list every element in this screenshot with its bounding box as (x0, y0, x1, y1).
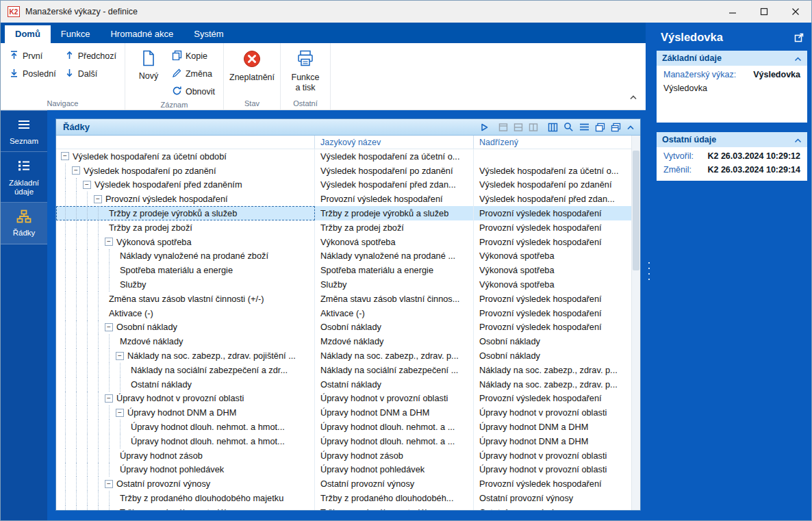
row-parent-cell[interactable]: Ostatní provozní výnosy (474, 491, 631, 505)
row-parent-cell[interactable]: Výsledek hospodaření po zdanění (474, 178, 631, 192)
row-parent-cell[interactable]: Provozní výsledek hospodaření (474, 392, 631, 406)
row-parent-cell[interactable]: Úpravy hodnot v provozní oblasti (474, 448, 631, 463)
row-name-cell[interactable]: Úpravy hodnot pohledávek (56, 463, 315, 477)
row-parent-cell[interactable]: Úpravy hodnot DNM a DHM (474, 420, 631, 434)
tab-hromadne-akce[interactable]: Hromadné akce (100, 25, 183, 43)
sidebar-item-radky[interactable]: Řádky (1, 203, 47, 244)
row-name-cell[interactable]: Spotřeba materiálu a energie (56, 263, 315, 277)
panel-splitter[interactable] (646, 23, 652, 520)
row-parent-cell[interactable]: Provozní výsledek hospodaření (474, 235, 631, 249)
row-name-cell[interactable]: Aktivace (-) (56, 306, 315, 320)
column-header-parent[interactable]: Nadřízený (474, 136, 631, 149)
tree-row[interactable]: −Provozní výsledek hospodařeníProvozní v… (56, 192, 631, 206)
tree-collapse-toggle[interactable]: − (72, 166, 80, 175)
row-lang-cell[interactable]: Úpravy hodnot dlouh. nehmot. a ... (315, 420, 474, 434)
row-name-cell[interactable]: Tržby za prodej zboží (56, 220, 315, 235)
row-parent-cell[interactable]: Výsledek hospodaření před zdan... (474, 192, 631, 206)
row-name-cell[interactable]: Náklady na sociální zabezpečení a zdr... (56, 363, 315, 377)
row-parent-cell[interactable]: Výkonová spotřeba (474, 249, 631, 264)
row-name-cell[interactable]: −Výsledek hospodaření po zdanění (56, 164, 315, 178)
row-lang-cell[interactable]: Aktivace (-) (315, 306, 474, 320)
chevron-up-icon[interactable] (794, 52, 802, 64)
tree-collapse-toggle[interactable]: − (116, 352, 124, 360)
tree-row[interactable]: −Úpravy hodnot DNM a DHMÚpravy hodnot DN… (56, 405, 631, 420)
row-lang-cell[interactable]: Úpravy hodnot v provozní oblasti (315, 392, 474, 406)
row-name-cell[interactable]: Úpravy hodnot dlouh. nehmot. a hmot... (56, 434, 315, 448)
row-name-cell[interactable]: Úpravy hodnot zásob (56, 448, 315, 463)
row-name-cell[interactable]: Tržby z prodeje výrobků a služeb (56, 206, 315, 220)
row-parent-cell[interactable]: Úpravy hodnot v provozní oblasti (474, 463, 631, 477)
first-button[interactable]: První (5, 49, 60, 64)
tree-collapse-toggle[interactable]: − (105, 323, 113, 331)
tree-row[interactable]: Náklady vynaložené na prodané zbožíNákla… (56, 249, 631, 264)
sidebar-item-zakladni-udaje[interactable]: Základní údaje (1, 152, 47, 203)
tree-row[interactable]: Náklady na sociální zabezpečení a zdr...… (56, 363, 631, 377)
column-header-lang[interactable]: Jazykový název (315, 136, 474, 149)
change-button[interactable]: Změna (168, 66, 219, 81)
row-parent-cell[interactable]: Úpravy hodnot v provozní oblasti (474, 405, 631, 420)
tree-row[interactable]: Ostatní nákladyOstatní nákladyNáklady na… (56, 377, 631, 392)
row-parent-cell[interactable]: Provozní výsledek hospodaření (474, 220, 631, 235)
menu-icon[interactable] (579, 123, 589, 131)
row-name-cell[interactable]: −Úpravy hodnot v provozní oblasti (56, 392, 315, 406)
invalidate-button[interactable]: Zneplatnění (228, 45, 276, 84)
row-name-cell[interactable]: −Výkonová spotřeba (56, 235, 315, 249)
tree-row[interactable]: −Ostatní provozní výnosyOstatní provozní… (56, 476, 631, 491)
tree-row[interactable]: Úpravy hodnot pohledávekÚpravy hodnot po… (56, 463, 631, 477)
row-parent-cell[interactable]: Výkonová spotřeba (474, 277, 631, 292)
tree-collapse-toggle[interactable]: − (83, 181, 91, 189)
search-settings-icon[interactable] (563, 122, 574, 132)
tree-collapse-toggle[interactable]: − (105, 480, 113, 488)
row-name-cell[interactable]: Změna stavu zásob vlastní činnosti (+/-) (56, 292, 315, 306)
tree-row[interactable]: −Výkonová spotřebaVýkonová spotřebaProvo… (56, 235, 631, 249)
row-lang-cell[interactable]: Náklady na soc. zabezp., zdrav. p... (315, 348, 474, 363)
row-lang-cell[interactable]: Tržby z prodaného materiálu (315, 505, 474, 510)
row-lang-cell[interactable]: Úpravy hodnot zásob (315, 448, 474, 463)
copy-button[interactable]: Kopie (168, 49, 219, 64)
tree-row[interactable]: Úpravy hodnot zásobÚpravy hodnot zásobÚp… (56, 448, 631, 463)
tree-collapse-toggle[interactable]: − (105, 238, 113, 246)
row-name-cell[interactable]: Tržby z prodaného materiálu (56, 505, 315, 510)
row-lang-cell[interactable]: Tržby za prodej zboží (315, 220, 474, 235)
basic-data-header[interactable]: Základní údaje (657, 51, 807, 66)
row-name-cell[interactable]: −Výsledek hospodaření za účetní období (56, 149, 315, 164)
row-lang-cell[interactable]: Výkonová spotřeba (315, 235, 474, 249)
tree-row[interactable]: Změna stavu zásob vlastní činnosti (+/-)… (56, 292, 631, 306)
tree-collapse-toggle[interactable]: − (105, 394, 113, 403)
row-name-cell[interactable]: −Náklady na soc. zabezp., zdrav. pojiště… (56, 348, 315, 363)
tree-row[interactable]: Tržby za prodej zbožíTržby za prodej zbo… (56, 220, 631, 235)
tree-row[interactable]: SlužbySlužbyVýkonová spotřeba (56, 277, 631, 292)
tab-domu[interactable]: Domů (5, 25, 51, 43)
tree-row[interactable]: Tržby z prodaného materiáluTržby z proda… (56, 505, 631, 510)
row-parent-cell[interactable]: Provozní výsledek hospodaření (474, 292, 631, 306)
row-lang-cell[interactable]: Změna stavu zásob vlastní činnos... (315, 292, 474, 306)
vertical-scrollbar[interactable] (631, 136, 640, 510)
tab-system[interactable]: Systém (183, 25, 233, 43)
split-view-icon[interactable] (529, 123, 538, 132)
tree-row[interactable]: Tržby z prodaného dlouhodobého majetkuTr… (56, 491, 631, 505)
row-lang-cell[interactable]: Provozní výsledek hospodaření (315, 192, 474, 206)
row-parent-cell[interactable] (474, 149, 631, 164)
row-lang-cell[interactable]: Tržby z prodaného dlouhodobéh... (315, 491, 474, 505)
form-view-icon[interactable] (498, 123, 508, 132)
row-name-cell[interactable]: −Výsledek hospodaření před zdaněním (56, 178, 315, 192)
cascade-icon[interactable] (595, 123, 605, 132)
row-name-cell[interactable]: Úpravy hodnot dlouh. nehmot. a hmot... (56, 420, 315, 434)
row-name-cell[interactable]: Mzdové náklady (56, 334, 315, 348)
row-parent-cell[interactable]: Náklady na soc. zabezp., zdrav. p... (474, 377, 631, 392)
row-lang-cell[interactable]: Mzdové náklady (315, 334, 474, 348)
row-lang-cell[interactable]: Výsledek hospodaření po zdanění (315, 164, 474, 178)
row-lang-cell[interactable]: Náklady na sociální zabezpečení ... (315, 363, 474, 377)
row-name-cell[interactable]: −Úpravy hodnot DNM a DHM (56, 405, 315, 420)
tree-row[interactable]: −Úpravy hodnot v provozní oblastiÚpravy … (56, 392, 631, 406)
row-parent-cell[interactable]: Provozní výsledek hospodaření (474, 320, 631, 335)
new-button[interactable]: Nový (129, 45, 168, 83)
row-parent-cell[interactable]: Osobní náklady (474, 348, 631, 363)
row-lang-cell[interactable]: Osobní náklady (315, 320, 474, 335)
ribbon-collapse-icon[interactable] (629, 90, 637, 103)
close-button[interactable] (780, 1, 811, 23)
next-button[interactable]: Další (60, 66, 120, 81)
tab-funkce[interactable]: Funkce (51, 25, 101, 43)
tree-row[interactable]: −Náklady na soc. zabezp., zdrav. pojiště… (56, 348, 631, 363)
sidebar-item-seznam[interactable]: Seznam (1, 110, 47, 152)
